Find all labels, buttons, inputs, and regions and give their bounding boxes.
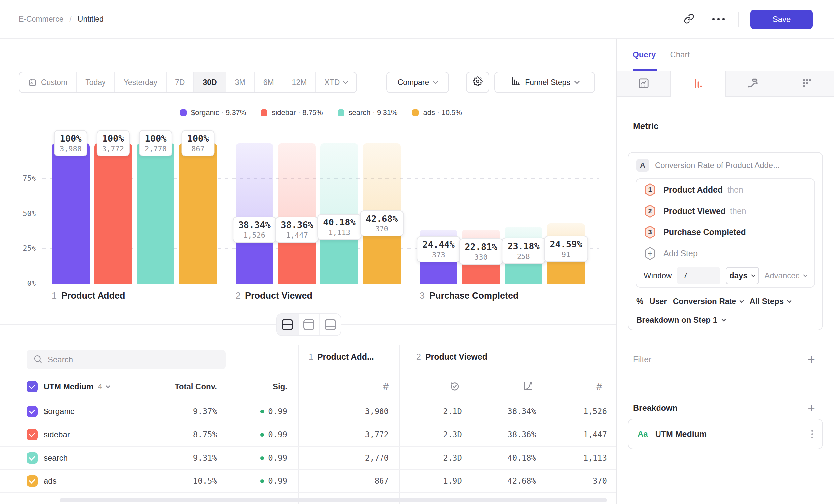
table-search[interactable] bbox=[26, 350, 225, 369]
flows-report-tab[interactable] bbox=[725, 71, 780, 97]
report-canvas: CustomTodayYesterday7D30D3M6M12MXTD Comp… bbox=[0, 39, 616, 504]
bar-value-label-organic-step2: 38.34% 1,526 bbox=[233, 216, 276, 243]
metric-label: Conversion Rate of Product Adde... bbox=[655, 161, 780, 170]
bar-ads-step1[interactable] bbox=[179, 143, 217, 283]
chevron-down-icon bbox=[751, 273, 756, 277]
row-checkbox[interactable] bbox=[26, 406, 38, 417]
table-row-ads[interactable]: ads 10.5% 0.998671.9D42.68%370 bbox=[0, 470, 616, 493]
step-number: 1 bbox=[309, 352, 313, 362]
step-number: 3 bbox=[420, 291, 425, 301]
sig-column-header[interactable]: Sig. bbox=[232, 382, 287, 391]
funnel-icon bbox=[692, 77, 704, 91]
step-number: 2 bbox=[416, 352, 421, 362]
y-axis-tick-75%: 75% bbox=[10, 174, 36, 182]
flows-icon bbox=[747, 77, 759, 91]
window-unit-label: days bbox=[729, 271, 748, 280]
total-conv-column-header[interactable]: Total Conv. bbox=[149, 382, 217, 391]
chart-view-icon bbox=[303, 319, 314, 330]
measurement-scope-select[interactable]: All Steps bbox=[749, 297, 791, 306]
breadcrumb-title[interactable]: Untitled bbox=[78, 15, 104, 24]
sig-value: 0.99 bbox=[232, 453, 287, 462]
query-step-1[interactable]: 1 Product Added then bbox=[636, 179, 814, 200]
tab-chart[interactable]: Chart bbox=[670, 50, 690, 59]
sig-value: 0.99 bbox=[232, 477, 287, 486]
breadcrumb-project[interactable]: E-Commerce bbox=[19, 15, 63, 24]
row-checkbox[interactable] bbox=[26, 476, 38, 487]
search-input[interactable] bbox=[48, 355, 219, 364]
step-name: Product Added bbox=[61, 291, 125, 301]
more-menu-button[interactable] bbox=[709, 10, 727, 28]
table-row-search[interactable]: search 9.31% 0.992,7702.3D40.18%1,113 bbox=[0, 446, 616, 470]
breakdown-item-utm-medium[interactable]: Aa UTM Medium bbox=[628, 419, 823, 449]
filter-section: Filter + bbox=[633, 353, 818, 365]
row-checkbox[interactable] bbox=[26, 452, 38, 463]
step-metric-value: 2.1D bbox=[401, 407, 462, 416]
query-step-3[interactable]: 3 Purchase Completed bbox=[636, 222, 814, 243]
table-row-organic[interactable]: $organic 9.37% 0.993,9802.1D38.34%1,526 bbox=[0, 400, 616, 423]
y-axis-tick-50%: 50% bbox=[10, 209, 36, 217]
total-conv-value: 8.75% bbox=[149, 430, 217, 439]
sig-dot-icon bbox=[260, 433, 264, 437]
bar-percent: 100% bbox=[60, 133, 82, 143]
step-number: 2 bbox=[236, 291, 241, 301]
metric-badge: A bbox=[636, 159, 649, 172]
share-link-button[interactable] bbox=[680, 10, 698, 28]
step-suffix: then bbox=[727, 185, 743, 194]
add-breakdown-button[interactable]: + bbox=[808, 402, 815, 414]
breakdown-on-step-select[interactable]: Breakdown on Step 1 bbox=[628, 312, 822, 327]
advanced-toggle[interactable]: Advanced bbox=[764, 271, 807, 280]
step-metric-value: 1,526 bbox=[544, 407, 607, 416]
kebab-menu-icon[interactable] bbox=[811, 430, 813, 438]
tab-query[interactable]: Query bbox=[633, 50, 656, 59]
bar-percent: 24.59% bbox=[550, 239, 582, 249]
select-all-checkbox[interactable] bbox=[26, 381, 38, 392]
table-step1-header: 1 Product Add... bbox=[309, 352, 374, 362]
step-name: Product Viewed bbox=[425, 352, 487, 362]
ellipsis-icon bbox=[712, 18, 725, 20]
step-metric-value: 42.68% bbox=[471, 477, 536, 486]
add-filter-button[interactable]: + bbox=[808, 353, 815, 366]
step-metric-value: 867 bbox=[325, 477, 389, 486]
measurement-metric-select[interactable]: Conversion Rate bbox=[673, 297, 744, 306]
bar-sidebar-step1[interactable] bbox=[94, 143, 132, 283]
layout-table-only-button[interactable] bbox=[319, 314, 341, 335]
bar-value-label-ads-step2: 42.68% 370 bbox=[360, 210, 404, 236]
bar-count: 3,772 bbox=[102, 144, 124, 153]
bar-search-step1[interactable] bbox=[137, 143, 175, 283]
insights-report-tab[interactable] bbox=[617, 71, 671, 97]
save-button[interactable]: Save bbox=[750, 9, 813, 29]
string-property-icon: Aa bbox=[638, 429, 648, 439]
bar-percent: 40.18% bbox=[323, 217, 356, 227]
add-step-button[interactable]: + Add Step bbox=[636, 243, 814, 264]
group-label: UTM Medium bbox=[44, 382, 93, 391]
chevron-down-icon bbox=[106, 384, 110, 388]
query-step-2[interactable]: 2 Product Viewed then bbox=[636, 200, 814, 222]
metric-definition-row[interactable]: A Conversion Rate of Product Adde... bbox=[628, 153, 822, 178]
horizontal-scrollbar[interactable] bbox=[60, 498, 607, 502]
gridline-0% bbox=[42, 283, 599, 284]
step-event-name: Product Added bbox=[663, 185, 723, 194]
bar-value-label-ads-step3: 24.59% 91 bbox=[544, 236, 588, 262]
breakdown-group-header[interactable]: UTM Medium 4 bbox=[44, 382, 110, 391]
step-metric-value: 1,113 bbox=[544, 453, 607, 462]
metric-card: A Conversion Rate of Product Adde... 1 P… bbox=[628, 152, 823, 330]
row-checkbox[interactable] bbox=[26, 429, 38, 440]
bar-count: 3,980 bbox=[60, 144, 82, 153]
bar-value-label-ads-step1: 100% 867 bbox=[181, 130, 214, 156]
bar-organic-step1[interactable] bbox=[52, 143, 90, 283]
step-number: 3 bbox=[643, 226, 656, 239]
step-hex-badge: 3 bbox=[643, 226, 656, 239]
step-metric-value: 38.36% bbox=[471, 430, 536, 439]
layout-split-button[interactable] bbox=[277, 314, 298, 335]
retention-report-tab[interactable] bbox=[780, 71, 834, 97]
funnels-report-tab[interactable] bbox=[671, 71, 725, 97]
window-value-input[interactable]: 7 bbox=[677, 267, 720, 284]
topbar-divider bbox=[739, 12, 739, 27]
counting-entity[interactable]: User bbox=[649, 297, 667, 306]
table-header-row: UTM Medium 4 Total Conv. Sig. bbox=[0, 380, 616, 396]
search-icon bbox=[33, 354, 42, 365]
table-view-icon bbox=[325, 319, 336, 330]
window-unit-select[interactable]: days bbox=[726, 267, 759, 284]
table-row-sidebar[interactable]: sidebar 8.75% 0.993,7722.3D38.36%1,447 bbox=[0, 423, 616, 446]
layout-chart-only-button[interactable] bbox=[298, 314, 320, 335]
